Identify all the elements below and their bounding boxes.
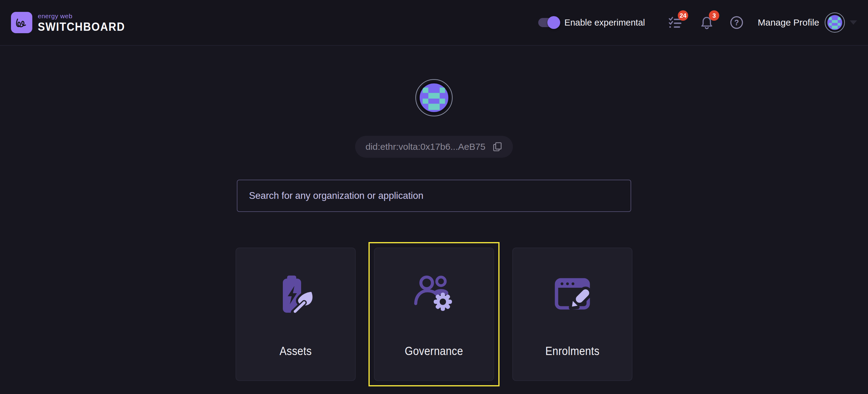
app-cards-row: Assets <box>236 248 632 386</box>
experimental-toggle-group: Enable experimental <box>538 17 645 28</box>
user-identicon-avatar <box>415 79 453 116</box>
brand-home-link[interactable]: energy web SWITCHBOARD <box>11 12 132 33</box>
chevron-down-icon <box>850 21 857 25</box>
toggle-thumb <box>547 16 560 29</box>
svg-text:?: ? <box>735 18 739 27</box>
brand-tagline: energy web <box>38 13 132 19</box>
experimental-toggle-label: Enable experimental <box>564 18 645 28</box>
governance-highlight-outline: Governance <box>369 242 499 386</box>
card-enrolments[interactable]: Enrolments <box>512 248 632 381</box>
brand-text: energy web SWITCHBOARD <box>38 13 132 33</box>
window-pencil-icon <box>551 272 594 315</box>
card-enrolments-label: Enrolments <box>545 344 599 358</box>
energy-web-logo-icon <box>11 12 32 33</box>
battery-leaf-icon <box>274 272 317 315</box>
search-input[interactable] <box>237 179 631 212</box>
card-assets[interactable]: Assets <box>236 248 356 381</box>
manage-profile-button[interactable]: Manage Profile <box>758 12 857 33</box>
notifications-badge: 3 <box>709 10 719 21</box>
help-button[interactable]: ? <box>730 15 744 30</box>
app-header: energy web SWITCHBOARD Enable experiment… <box>0 0 868 46</box>
card-assets-label: Assets <box>279 344 312 358</box>
brand-name: SWITCHBOARD <box>38 21 125 33</box>
copy-icon[interactable] <box>492 141 503 152</box>
dashboard-main: did:ethr:volta:0x17b6...AeB75 <box>0 46 868 386</box>
tasks-button[interactable]: 24 <box>668 15 683 30</box>
did-value: did:ethr:volta:0x17b6...AeB75 <box>365 141 486 152</box>
enable-experimental-toggle[interactable] <box>538 17 558 28</box>
did-chip: did:ethr:volta:0x17b6...AeB75 <box>355 136 513 158</box>
identicon-avatar <box>825 12 845 33</box>
tasks-badge: 24 <box>678 10 688 21</box>
users-gear-icon <box>413 272 455 315</box>
notifications-button[interactable]: 3 <box>700 15 714 30</box>
manage-profile-label: Manage Profile <box>758 18 819 28</box>
header-actions: Enable experimental 24 <box>538 12 857 33</box>
card-governance-label: Governance <box>405 344 463 358</box>
switchboard-app: energy web SWITCHBOARD Enable experiment… <box>0 0 868 394</box>
card-governance[interactable]: Governance <box>374 248 494 381</box>
question-mark-icon: ? <box>730 15 744 30</box>
